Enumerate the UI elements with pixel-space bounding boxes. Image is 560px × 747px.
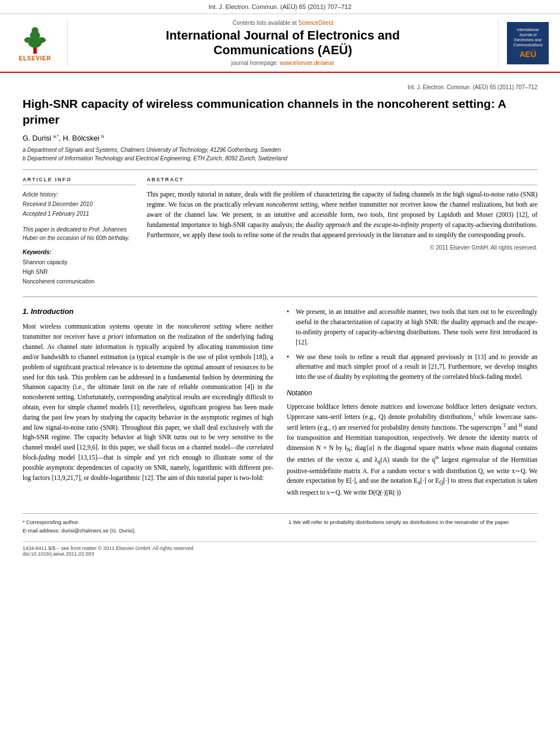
keyword-2: High SNR <box>23 267 135 277</box>
footnote-left: * Corresponding author. E-mail address: … <box>23 518 272 535</box>
section-number: 1. <box>23 307 29 316</box>
star-note: * Corresponding author. <box>23 518 272 526</box>
footnotes-area: * Corresponding author. E-mail address: … <box>23 513 537 535</box>
bullet-list: We present, in an intuitive and accessib… <box>287 307 537 382</box>
bullet-item-1: We present, in an intuitive and accessib… <box>287 307 537 347</box>
aeu-logo-box: InternationalJournal ofElectronics andCo… <box>507 22 549 64</box>
bullet-item-2: We use these tools to refine a result th… <box>287 352 537 382</box>
homepage-label: journal homepage: <box>231 60 278 66</box>
received-date: Received 9 December 2010 <box>23 199 135 209</box>
authors-line: G. Durisi a,*, H. Bölcskei b <box>23 134 537 142</box>
body-col-right: We present, in an intuitive and accessib… <box>287 304 537 502</box>
article-content: Int. J. Electron. Commun. (AEÜ) 65 (2011… <box>0 73 560 567</box>
separator <box>23 169 537 170</box>
section-title: Introduction <box>30 307 73 316</box>
abstract-col: ABSTRACT This paper, mostly tutorial in … <box>147 177 537 286</box>
bullet-text-1: We present, in an intuitive and accessib… <box>296 307 537 347</box>
journal-banner: ELSEVIER Contents lists available at Sci… <box>0 14 560 73</box>
contents-label: Contents lists available at ScienceDirec… <box>76 20 489 26</box>
homepage-url[interactable]: www.elsevier.de/aeue <box>279 60 334 66</box>
abstract-text: This paper, mostly tutorial in nature, d… <box>147 190 537 240</box>
corresponding-author-note: * Corresponding author. E-mail address: … <box>23 518 272 535</box>
email-note: E-mail address: durisi@chalmers.se (G. D… <box>23 527 272 535</box>
journal-title-line2: Communications (AEÜ) <box>76 43 489 58</box>
aeu-logo-block: InternationalJournal ofElectronics andCo… <box>498 20 549 66</box>
svg-point-5 <box>38 37 46 43</box>
accepted-date: Accepted 1 February 2011 <box>23 209 135 219</box>
sciencedirect-link[interactable]: ScienceDirect <box>298 20 333 26</box>
intro-paragraph1: Most wireless communication systems oper… <box>23 322 273 483</box>
affiliation-b: b Department of Information Technology a… <box>23 154 537 163</box>
footer-bottom: 1434-8411 $/$ – see front matter © 2011 … <box>23 541 537 557</box>
body-col-left: 1. Introduction Most wireless communicat… <box>23 304 273 502</box>
homepage-line: journal homepage: www.elsevier.de/aeue <box>76 60 489 66</box>
keyword-1: Shannon capacity <box>23 257 135 267</box>
keywords-label: Keywords: <box>23 249 135 255</box>
abstract-label: ABSTRACT <box>147 177 537 185</box>
article-info-col: ARTICLE INFO Article history: Received 9… <box>23 177 135 286</box>
journal-title-line1: International Journal of Electronics and <box>76 28 489 43</box>
body-columns: 1. Introduction Most wireless communicat… <box>23 304 537 502</box>
elsevier-wordmark: ELSEVIER <box>19 55 51 62</box>
notation-heading: Notation <box>287 388 537 399</box>
citation-text: Int. J. Electron. Commun. (AEÜ) 65 (2011… <box>208 3 351 10</box>
keyword-3: Noncoherent communication <box>23 277 135 286</box>
article-history: Article history: Received 9 December 201… <box>23 190 135 219</box>
article-title: High-SNR capacity of wireless communicat… <box>23 96 537 127</box>
aeu-logo-title: InternationalJournal ofElectronics andCo… <box>513 27 542 47</box>
svg-point-4 <box>24 37 32 43</box>
separator-2 <box>23 296 537 297</box>
doi-line: doi:10.1016/j.aeue.2011.02.003 <box>23 551 537 557</box>
history-label: Article history: <box>23 190 135 199</box>
affiliation-a: a Department of Signals and Systems, Cha… <box>23 146 537 154</box>
elsevier-logo: ELSEVIER <box>11 20 68 66</box>
introduction-heading: 1. Introduction <box>23 306 273 317</box>
copyright-line: © 2011 Elsevier GmbH. All rights reserve… <box>147 244 537 251</box>
aeu-abbreviation: AEÜ <box>519 50 536 59</box>
notation-text: Uppercase boldface letters denote matric… <box>287 402 537 498</box>
issn-line: 1434-8411 $/$ – see front matter © 2011 … <box>23 545 537 551</box>
article-info-abstract: ARTICLE INFO Article history: Received 9… <box>23 177 537 286</box>
article-citation: Int. J. Electron. Commun. (AEÜ) 65 (2011… <box>23 84 537 90</box>
keywords-list: Shannon capacity High SNR Noncoherent co… <box>23 257 135 286</box>
bullet-text-2: We use these tools to refine a result th… <box>296 352 537 382</box>
footnote-right: 1 We will refer to probability distribut… <box>288 518 537 535</box>
dist-note: 1 We will refer to probability distribut… <box>288 518 537 526</box>
article-info-label: ARTICLE INFO <box>23 177 135 185</box>
elsevier-tree-icon <box>18 24 52 55</box>
journal-citation-bar: Int. J. Electron. Commun. (AEÜ) 65 (2011… <box>0 0 560 14</box>
affiliations: a Department of Signals and Systems, Cha… <box>23 146 537 163</box>
contents-text: Contents lists available at <box>233 20 296 26</box>
page: Int. J. Electron. Commun. (AEÜ) 65 (2011… <box>0 0 560 747</box>
dedication: This paper is dedicated to Prof. Johanne… <box>23 225 135 242</box>
journal-title-block: Contents lists available at ScienceDirec… <box>76 20 489 66</box>
svg-point-3 <box>32 27 38 34</box>
